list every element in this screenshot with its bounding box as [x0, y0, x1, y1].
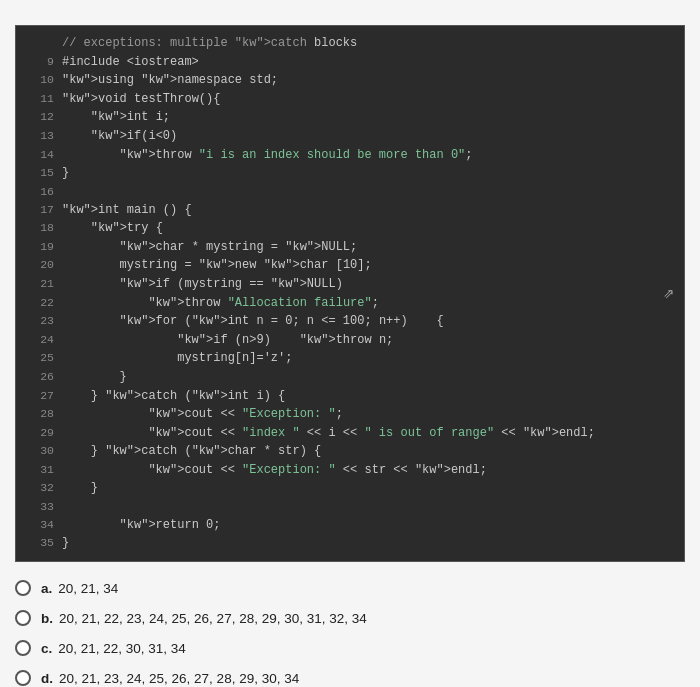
- code-line: 35}: [26, 534, 674, 553]
- code-line: 16: [26, 183, 674, 201]
- option-letter: d.: [41, 671, 53, 686]
- code-line: 13 "kw">if(i<0): [26, 127, 674, 146]
- code-line: 25 mystring[n]='z';: [26, 349, 674, 368]
- code-line: 26 }: [26, 368, 674, 387]
- code-line: 12 "kw">int i;: [26, 108, 674, 127]
- option-item[interactable]: d.20, 21, 23, 24, 25, 26, 27, 28, 29, 30…: [15, 670, 685, 686]
- option-item[interactable]: b.20, 21, 22, 23, 24, 25, 26, 27, 28, 29…: [15, 610, 685, 626]
- radio-button[interactable]: [15, 610, 31, 626]
- code-line: 17"kw">int main () {: [26, 201, 674, 220]
- code-line: 20 mystring = "kw">new "kw">char [10];: [26, 256, 674, 275]
- code-line: 9#include <iostream>: [26, 53, 674, 72]
- code-line: 14 "kw">throw "i is an index should be m…: [26, 146, 674, 165]
- code-line: 18 "kw">try {: [26, 219, 674, 238]
- code-line: 32 }: [26, 479, 674, 498]
- code-line: 22 "kw">throw "Allocation failure";: [26, 294, 674, 313]
- code-line: 10"kw">using "kw">namespace std;: [26, 71, 674, 90]
- code-line: 33: [26, 498, 674, 516]
- option-label: c.20, 21, 22, 30, 31, 34: [41, 641, 186, 656]
- code-line: // exceptions: multiple "kw">catch block…: [26, 34, 674, 53]
- code-line: 19 "kw">char * mystring = "kw">NULL;: [26, 238, 674, 257]
- code-line: 15}: [26, 164, 674, 183]
- code-line: 21 "kw">if (mystring == "kw">NULL): [26, 275, 674, 294]
- option-item[interactable]: a.20, 21, 34: [15, 580, 685, 596]
- option-label: b.20, 21, 22, 23, 24, 25, 26, 27, 28, 29…: [41, 611, 367, 626]
- code-line: 34 "kw">return 0;: [26, 516, 674, 535]
- option-letter: a.: [41, 581, 52, 596]
- option-label: a.20, 21, 34: [41, 581, 118, 596]
- option-letter: c.: [41, 641, 52, 656]
- code-block: // exceptions: multiple "kw">catch block…: [15, 25, 685, 562]
- code-line: 11"kw">void testThrow(){: [26, 90, 674, 109]
- options-list: a.20, 21, 34b.20, 21, 22, 23, 24, 25, 26…: [15, 580, 685, 687]
- code-line: 29 "kw">cout << "index " << i << " is ou…: [26, 424, 674, 443]
- code-line: 28 "kw">cout << "Exception: ";: [26, 405, 674, 424]
- radio-button[interactable]: [15, 640, 31, 656]
- code-line: 24 "kw">if (n>9) "kw">throw n;: [26, 331, 674, 350]
- code-line: 23 "kw">for ("kw">int n = 0; n <= 100; n…: [26, 312, 674, 331]
- code-line: 27 } "kw">catch ("kw">int i) {: [26, 387, 674, 406]
- code-line: 30 } "kw">catch ("kw">char * str) {: [26, 442, 674, 461]
- radio-button[interactable]: [15, 670, 31, 686]
- option-letter: b.: [41, 611, 53, 626]
- scroll-arrow: ⇗: [663, 280, 674, 308]
- option-label: d.20, 21, 23, 24, 25, 26, 27, 28, 29, 30…: [41, 671, 299, 686]
- code-line: 31 "kw">cout << "Exception: " << str << …: [26, 461, 674, 480]
- option-item[interactable]: c.20, 21, 22, 30, 31, 34: [15, 640, 685, 656]
- radio-button[interactable]: [15, 580, 31, 596]
